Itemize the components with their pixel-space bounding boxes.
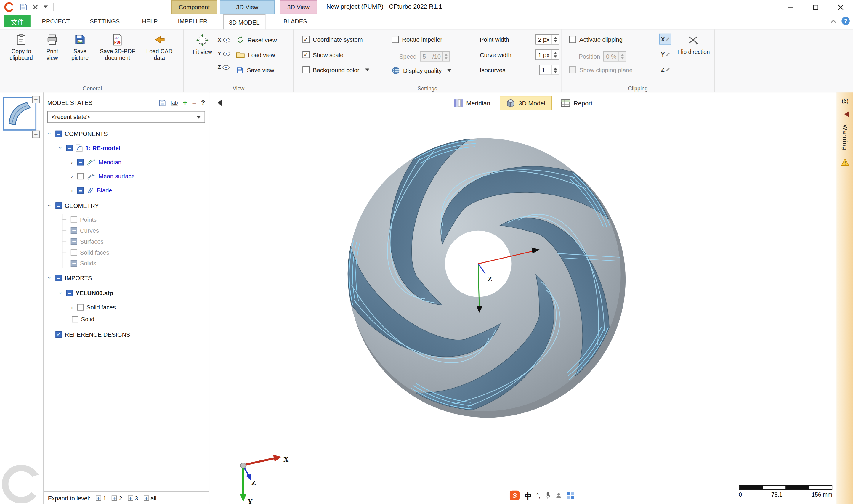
spinner-arrows[interactable] [551, 35, 558, 44]
speed-control[interactable]: Speed 5 /10 [399, 51, 450, 61]
chevron-down-icon[interactable] [48, 202, 53, 209]
tree-item-curves[interactable]: Curves [63, 225, 208, 235]
menu-project[interactable]: PROJECT [39, 14, 73, 29]
tree-item-solid-faces[interactable]: Solid faces [63, 247, 208, 257]
expand-all-button[interactable]: all [143, 494, 156, 501]
rename-state-icon[interactable]: Iab [171, 100, 178, 105]
collapse-panel-icon[interactable] [214, 100, 222, 106]
tree-item-solids[interactable]: Solids [63, 258, 208, 268]
tree-checkbox[interactable] [55, 131, 62, 137]
activate-clipping-checkbox[interactable]: Activate clipping [569, 36, 623, 43]
tree-checkbox[interactable] [66, 145, 73, 151]
chevron-right-icon[interactable] [69, 159, 74, 165]
expand-warnings-icon[interactable] [841, 112, 849, 117]
ime-profile-icon[interactable] [556, 492, 562, 499]
quick-save-icon[interactable] [20, 3, 27, 11]
toggle-y-visibility-button[interactable]: Y [218, 47, 230, 60]
save-view-button[interactable]: Save view [236, 66, 274, 74]
ime-punctuation-icon[interactable]: °, [536, 492, 540, 499]
expand-level-3-button[interactable]: 3 [128, 494, 138, 501]
tree-checkbox[interactable] [77, 159, 84, 165]
toggle-z-visibility-button[interactable]: Z [218, 60, 230, 74]
tree-item-geometry[interactable]: GEOMETRY [48, 200, 208, 211]
quick-close-icon[interactable] [33, 4, 38, 10]
recent-state-dropdown[interactable]: <recent state> [48, 111, 205, 123]
isocurves-spinner[interactable]: 1 [539, 65, 559, 75]
point-width-spinner[interactable]: 2 px [535, 34, 559, 45]
load-cad-data-button[interactable]: Load CAD data [142, 33, 176, 61]
add-state-button[interactable]: + [32, 96, 40, 103]
spinner-arrows[interactable] [551, 50, 558, 59]
copy-to-clipboard-button[interactable]: Copy to clipboard [5, 33, 37, 61]
rotate-impeller-checkbox[interactable]: Rotate impeller [392, 36, 442, 43]
speed-spinner[interactable]: 5 /10 [420, 51, 450, 61]
chevron-down-icon[interactable] [48, 131, 53, 137]
expand-level-1-button[interactable]: 1 [96, 494, 106, 501]
clip-axis-y-button[interactable]: Y [659, 49, 671, 60]
display-quality-dropdown[interactable]: Display quality [392, 66, 451, 75]
position-spinner[interactable]: 0 % [603, 51, 626, 61]
context-tab-3dview-2[interactable]: 3D View [280, 0, 317, 14]
minimize-button[interactable] [778, 0, 803, 14]
tree-checkbox[interactable] [71, 216, 77, 223]
menu-3d-model[interactable]: 3D MODEL [223, 14, 266, 29]
chevron-right-icon[interactable] [69, 187, 74, 194]
menu-settings[interactable]: SETTINGS [87, 14, 122, 29]
tree-item-reference-designs[interactable]: REFERENCE DESIGNS [48, 329, 208, 340]
quick-dropdown-icon[interactable] [43, 5, 48, 8]
clip-axis-z-button[interactable]: Z [659, 64, 671, 75]
tree-checkbox[interactable] [71, 249, 77, 255]
expand-level-2-button[interactable]: 2 [112, 494, 122, 501]
tree-checkbox[interactable] [77, 173, 84, 179]
tab-3d-model[interactable]: 3D Model [499, 96, 552, 110]
tree-item-meridian[interactable]: Meridian [48, 157, 208, 168]
viewport-3d[interactable]: Z Meridian 3D Model Report [209, 92, 837, 504]
chevron-down-icon[interactable] [48, 275, 53, 281]
collapse-ribbon-icon[interactable] [831, 19, 836, 23]
add-state-icon[interactable]: + [183, 98, 187, 107]
ime-toolbox-icon[interactable] [567, 492, 574, 499]
save-picture-button[interactable]: Save picture [68, 33, 92, 61]
fit-view-button[interactable]: Fit view [192, 34, 213, 55]
tree-item-imports[interactable]: IMPORTS [48, 272, 208, 283]
help-states-icon[interactable]: ? [201, 99, 205, 107]
spinner-arrows[interactable] [442, 52, 449, 61]
show-clipping-plane-checkbox[interactable]: Show clipping plane [569, 66, 633, 73]
close-button[interactable] [828, 0, 853, 14]
save-state-icon[interactable] [159, 99, 166, 106]
sogou-ime-icon[interactable]: S [510, 491, 519, 501]
context-tab-component[interactable]: Component [172, 0, 217, 14]
tree-item-yelun00[interactable]: YELUN00.stp [48, 288, 208, 299]
show-scale-checkbox[interactable]: Show scale [302, 51, 343, 58]
tree-checkbox[interactable] [71, 227, 77, 234]
ime-language-indicator[interactable]: 中 [525, 490, 532, 501]
model-state-thumbnail[interactable] [3, 97, 36, 131]
clip-axis-x-button[interactable]: X [659, 34, 671, 45]
tree-item-re-model[interactable]: 1: RE-model [48, 142, 208, 154]
menu-help[interactable]: HELP [139, 14, 160, 29]
tree-item-components[interactable]: COMPONENTS [48, 128, 208, 139]
chevron-right-icon[interactable] [69, 304, 74, 311]
chevron-down-icon[interactable] [58, 145, 64, 151]
microphone-icon[interactable] [545, 491, 551, 499]
spinner-arrows[interactable] [551, 65, 558, 74]
curve-width-spinner[interactable]: 1 px [535, 50, 559, 60]
chevron-right-icon[interactable] [69, 173, 74, 179]
warning-sidebar[interactable]: (6) Warning [837, 92, 853, 504]
tree-checkbox[interactable] [55, 275, 62, 281]
menu-blades[interactable]: BLADES [281, 14, 310, 29]
tree-checkbox[interactable] [71, 260, 77, 266]
menu-impeller[interactable]: IMPELLER [175, 14, 210, 29]
tab-meridian[interactable]: Meridian [448, 96, 496, 110]
tree-item-blade[interactable]: Blade [48, 185, 208, 196]
tree-checkbox[interactable] [66, 290, 73, 296]
tree-item-surfaces[interactable]: Surfaces [63, 236, 208, 246]
tab-report[interactable]: Report [555, 96, 598, 110]
help-icon[interactable]: ? [841, 17, 850, 25]
coordinate-system-checkbox[interactable]: Coordinate system [302, 36, 362, 43]
background-color-checkbox[interactable]: Background color [302, 66, 369, 73]
tree-checkbox[interactable] [77, 187, 84, 194]
tree-checkbox[interactable] [77, 304, 84, 311]
remove-state-icon[interactable]: − [192, 98, 196, 107]
add-state-button-2[interactable]: + [32, 131, 40, 138]
